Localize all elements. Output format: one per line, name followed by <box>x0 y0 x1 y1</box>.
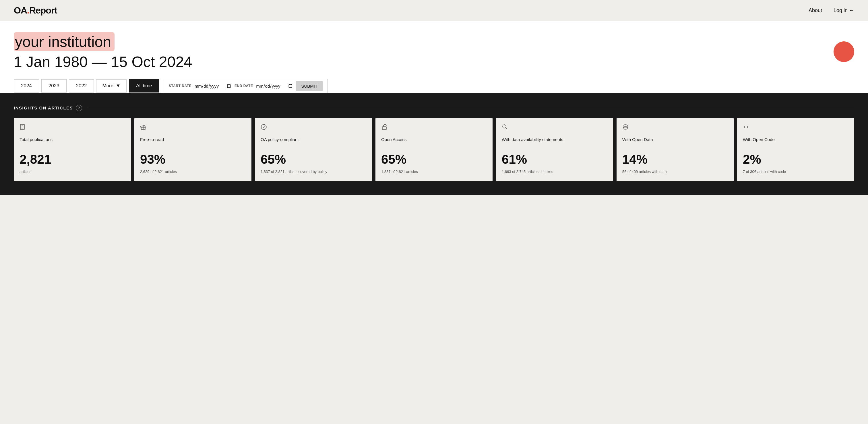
card-label-6: With Open Code <box>743 137 848 148</box>
section-title-row: INSIGHTS ON ARTICLES ? <box>14 105 854 111</box>
card-label-3: Open Access <box>381 137 487 148</box>
document-icon <box>20 124 125 131</box>
end-date-input[interactable] <box>256 83 293 89</box>
code-icon <box>743 124 848 131</box>
title-divider <box>88 108 854 108</box>
card-value-2: 65% <box>260 153 366 166</box>
card-data-availability[interactable]: With data availability statements 61% 1,… <box>496 118 613 181</box>
check-circle-icon <box>260 124 366 131</box>
card-value-5: 14% <box>622 153 728 166</box>
card-value-4: 61% <box>502 153 608 166</box>
card-sub-6: 7 of 306 articles with code <box>743 169 848 174</box>
tab-2022[interactable]: 2022 <box>69 79 94 92</box>
institution-name: your institution <box>14 32 115 51</box>
about-link[interactable]: About <box>809 7 822 13</box>
hero-section: your institution 1 Jan 1980 — 15 Oct 202… <box>0 21 868 72</box>
tab-2024[interactable]: 2024 <box>14 79 39 92</box>
card-label-1: Free-to-read <box>140 137 246 148</box>
card-label-2: OA policy-compliant <box>260 137 366 148</box>
card-open-data[interactable]: With Open Data 14% 56 of 409 articles wi… <box>617 118 734 181</box>
tabs-bar: 2024 2023 2022 More ▼ All time START DAT… <box>0 72 868 93</box>
login-link[interactable]: Log in ← <box>834 7 854 13</box>
institution-wrapper: your institution <box>14 33 115 51</box>
tab-more[interactable]: More ▼ <box>96 79 127 92</box>
tab-more-label: More <box>102 83 113 89</box>
insights-title: INSIGHTS ON ARTICLES <box>14 106 73 110</box>
logo-dot: . <box>27 5 29 16</box>
card-open-code[interactable]: With Open Code 2% 7 of 306 articles with… <box>737 118 854 181</box>
tab-2023[interactable]: 2023 <box>41 79 67 92</box>
card-sub-3: 1,837 of 2,821 articles <box>381 169 487 174</box>
tab-all-time[interactable]: All time <box>129 79 159 92</box>
card-value-1: 93% <box>140 153 246 166</box>
search-icon <box>502 124 608 131</box>
svg-line-10 <box>506 128 507 129</box>
svg-point-11 <box>623 125 628 126</box>
card-sub-5: 56 of 409 articles with data <box>622 169 728 174</box>
start-date-label: START DATE <box>169 84 191 88</box>
logo-report: Report <box>29 5 57 16</box>
card-sub-4: 1,663 of 2,745 articles checked <box>502 169 608 174</box>
chevron-down-icon: ▼ <box>116 83 121 89</box>
gift-icon <box>140 124 246 131</box>
card-label-5: With Open Data <box>622 137 728 148</box>
card-oa-policy[interactable]: OA policy-compliant 65% 1,837 of 2,821 a… <box>255 118 372 181</box>
svg-rect-8 <box>382 127 386 130</box>
unlock-icon <box>381 124 487 131</box>
hero-circle <box>834 41 854 62</box>
card-sub-1: 2,629 of 2,821 articles <box>140 169 246 174</box>
card-sub-0: articles <box>20 169 125 174</box>
submit-button[interactable]: SUBMIT <box>296 81 322 91</box>
card-label-0: Total publications <box>20 137 125 148</box>
start-date-input[interactable] <box>194 83 231 89</box>
card-free-to-read[interactable]: Free-to-read 93% 2,629 of 2,821 articles <box>134 118 251 181</box>
database-icon <box>622 124 728 131</box>
logo[interactable]: OA.Report <box>14 5 57 16</box>
end-date-label: END DATE <box>235 84 253 88</box>
help-icon[interactable]: ? <box>76 105 82 111</box>
logo-oa: OA <box>14 5 27 16</box>
cards-grid: Total publications 2,821 articles Free-t… <box>14 118 854 181</box>
card-sub-2: 1,837 of 2,821 articles covered by polic… <box>260 169 366 174</box>
hero-text: your institution 1 Jan 1980 — 15 Oct 202… <box>14 33 825 72</box>
card-value-3: 65% <box>381 153 487 166</box>
card-value-6: 2% <box>743 153 848 166</box>
dark-section: INSIGHTS ON ARTICLES ? Total publication… <box>0 93 868 195</box>
header-nav: About Log in ← <box>809 7 854 13</box>
card-label-4: With data availability statements <box>502 137 608 148</box>
svg-point-7 <box>261 124 267 130</box>
header: OA.Report About Log in ← <box>0 0 868 21</box>
date-form: START DATE END DATE SUBMIT <box>164 79 328 93</box>
date-range: 1 Jan 1980 — 15 Oct 2024 <box>14 52 825 72</box>
card-total-publications[interactable]: Total publications 2,821 articles <box>14 118 131 181</box>
card-open-access[interactable]: Open Access 65% 1,837 of 2,821 articles <box>375 118 493 181</box>
card-value-0: 2,821 <box>20 153 125 166</box>
svg-point-9 <box>503 125 506 128</box>
